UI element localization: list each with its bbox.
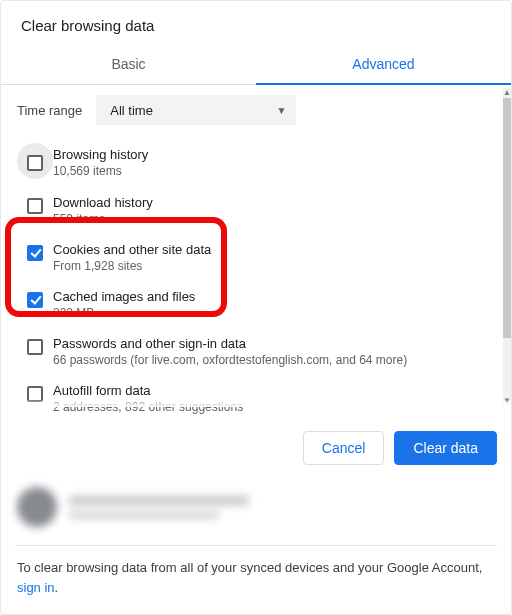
item-title: Passwords and other sign-in data: [53, 336, 501, 351]
item-subtitle: 10,569 items: [53, 164, 501, 178]
scrollbar-thumb[interactable]: [503, 98, 511, 338]
options-panel: Time range All time ▼ Browsing history 1…: [1, 85, 511, 411]
account-name-placeholder: [69, 496, 249, 505]
checkbox-cache[interactable]: [27, 292, 43, 308]
chevron-down-icon: ▼: [276, 105, 286, 116]
item-download-history[interactable]: Download history 559 items: [17, 187, 501, 234]
item-title: Autofill form data: [53, 383, 501, 398]
item-title: Browsing history: [53, 147, 501, 162]
item-subtitle: From 1,928 sites: [53, 259, 501, 273]
sync-text: To clear browsing data from all of your …: [17, 560, 482, 575]
item-subtitle: 232 MB: [53, 306, 501, 320]
scrollbar-up-icon[interactable]: ▲: [503, 88, 511, 98]
scrollbar-down-icon[interactable]: ▼: [503, 396, 511, 406]
sign-in-link[interactable]: sign in: [17, 580, 55, 595]
time-range-select[interactable]: All time ▼: [96, 95, 296, 125]
time-range-row: Time range All time ▼: [17, 95, 501, 125]
item-autofill[interactable]: Autofill form data 2 addresses, 892 othe…: [17, 375, 501, 422]
time-range-value: All time: [110, 103, 153, 118]
item-subtitle: 559 items: [53, 212, 501, 226]
checkbox-cookies[interactable]: [27, 245, 43, 261]
account-row: [1, 481, 511, 545]
time-range-label: Time range: [17, 103, 82, 118]
item-browsing-history[interactable]: Browsing history 10,569 items: [17, 139, 501, 187]
tab-basic[interactable]: Basic: [1, 44, 256, 85]
item-title: Cookies and other site data: [53, 242, 501, 257]
dialog-header: Clear browsing data: [1, 1, 511, 44]
item-passwords[interactable]: Passwords and other sign-in data 66 pass…: [17, 328, 501, 375]
item-title: Download history: [53, 195, 501, 210]
avatar: [17, 487, 57, 527]
item-cache[interactable]: Cached images and files 232 MB: [17, 281, 501, 328]
sync-tail: .: [55, 580, 59, 595]
account-email-placeholder: [69, 511, 219, 519]
item-title: Cached images and files: [53, 289, 501, 304]
clear-data-button[interactable]: Clear data: [394, 431, 497, 465]
sync-message: To clear browsing data from all of your …: [1, 546, 511, 613]
tab-advanced[interactable]: Advanced: [256, 44, 511, 85]
checkbox-download[interactable]: [27, 198, 43, 214]
item-subtitle: 2 addresses, 892 other suggestions: [53, 400, 501, 414]
checkbox-autofill[interactable]: [27, 386, 43, 402]
item-cookies[interactable]: Cookies and other site data From 1,928 s…: [17, 234, 501, 281]
checkbox-browsing[interactable]: [27, 155, 43, 171]
tabs: Basic Advanced: [1, 44, 511, 85]
item-subtitle: 66 passwords (for live.com, oxfordtestof…: [53, 353, 501, 367]
checkbox-passwords[interactable]: [27, 339, 43, 355]
dialog-title: Clear browsing data: [21, 17, 491, 34]
cancel-button[interactable]: Cancel: [303, 431, 385, 465]
